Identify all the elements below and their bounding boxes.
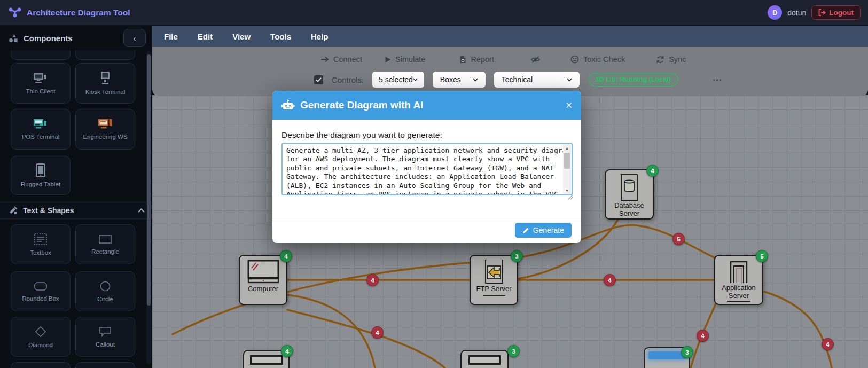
close-icon[interactable]: ×: [566, 99, 573, 112]
pencil-icon: [522, 227, 529, 234]
edge-badge: 4: [371, 326, 384, 339]
textarea-scrollbar[interactable]: ▲ ▼: [563, 144, 571, 194]
chevron-down-icon: [413, 78, 418, 81]
top-navbar: Architecture Diagram Tool D dotun Logout: [0, 0, 868, 26]
component-card-engineering-ws[interactable]: Engineering WS: [75, 109, 135, 150]
component-card-kiosk-terminal[interactable]: Kiosk Terminal: [75, 63, 135, 104]
connect-button[interactable]: Connect: [320, 55, 362, 64]
prompt-textarea[interactable]: Generate a multi-AZ, 3-tier application …: [281, 143, 573, 195]
user-avatar[interactable]: D: [768, 5, 782, 20]
app-logo-icon: [9, 7, 21, 19]
kiosk-terminal-icon: [99, 71, 112, 85]
node-database-server[interactable]: Database Server: [605, 169, 654, 220]
generate-diagram-modal: Generate Diagram with AI × Describe the …: [272, 91, 581, 243]
prompt-textarea-wrap: Generate a multi-AZ, 3-tier application …: [281, 143, 573, 195]
edge-computer-down1: [287, 295, 375, 368]
shape-card-rectangle[interactable]: Rectangle: [75, 224, 135, 264]
component-label: Rounded Box: [22, 295, 59, 302]
resize-handle-icon[interactable]: [568, 194, 573, 200]
menu-tools[interactable]: Tools: [270, 32, 291, 41]
scroll-down-icon[interactable]: ▼: [563, 186, 571, 194]
node-count-badge: 3: [511, 250, 523, 262]
component-label: Kiosk Terminal: [85, 89, 126, 95]
prompt-label: Describe the diagram you want to generat…: [281, 130, 442, 140]
component-card-rugged-tablet[interactable]: Rugged Tablet: [11, 156, 71, 195]
diamond-icon: [34, 325, 47, 338]
arrow-right-icon: [320, 56, 329, 62]
edge-badge: 4: [604, 274, 616, 286]
modal-header: Generate Diagram with AI ×: [272, 91, 581, 120]
menu-help[interactable]: Help: [311, 32, 329, 41]
generate-label: Generate: [533, 226, 564, 234]
rounded-box-icon: [33, 281, 48, 292]
more-options-button[interactable]: ⋯: [713, 74, 722, 85]
component-card-thin-client[interactable]: Thin Client: [11, 63, 71, 104]
component-label: Rugged Tablet: [21, 181, 60, 187]
node-application-server[interactable]: Application Server: [714, 255, 763, 305]
node-ftp-server[interactable]: FTP Server: [470, 255, 518, 305]
report-button[interactable]: Report: [459, 55, 494, 64]
style-dropdown-value: Boxes: [440, 75, 461, 84]
monitor-top-icon: [468, 355, 501, 365]
visibility-toggle-button[interactable]: [530, 56, 541, 64]
edge-badge: 4: [822, 338, 834, 350]
play-icon: [385, 56, 391, 63]
sidebar-scrollbar[interactable]: [146, 51, 151, 364]
generate-button[interactable]: Generate: [515, 223, 572, 238]
node-partial-bottom[interactable]: [460, 350, 509, 368]
sidebar-scrollbar-thumb[interactable]: [147, 54, 151, 306]
shape-card-circle[interactable]: Circle: [75, 271, 135, 311]
simulate-button[interactable]: Simulate: [385, 55, 425, 64]
text-shapes-section-header[interactable]: Text & Shapes: [0, 202, 152, 219]
toolbar-actions-row: Connect Simulate Report Toxic Check Sync: [320, 52, 686, 67]
node-label: Application Server: [715, 284, 762, 300]
shape-card-rounded-box[interactable]: Rounded Box: [11, 271, 71, 311]
menu-bar: File Edit View Tools Help: [152, 26, 868, 47]
shape-card-textbox[interactable]: Textbox: [11, 224, 71, 264]
node-label: FTP Server: [476, 285, 511, 293]
sidebar-title: Components: [24, 34, 119, 43]
thin-client-icon: [33, 72, 49, 84]
chevron-up-icon[interactable]: [138, 208, 145, 213]
style-dropdown[interactable]: Boxes: [433, 72, 486, 88]
pos-terminal-icon: [33, 118, 49, 130]
detail-dropdown[interactable]: Technical: [494, 72, 580, 88]
monitor-top-icon: [250, 355, 283, 365]
detail-dropdown-value: Technical: [502, 75, 533, 84]
controls-label: Controls:: [332, 75, 364, 84]
toxic-check-button[interactable]: Toxic Check: [570, 55, 625, 64]
node-count-badge: 4: [281, 345, 293, 357]
report-label: Report: [471, 55, 494, 64]
textarea-scrollbar-thumb[interactable]: [564, 153, 570, 169]
selection-count-button[interactable]: 5 selected: [372, 72, 424, 88]
component-card-pos-terminal[interactable]: POS Terminal: [11, 109, 71, 150]
textbox-icon: [34, 233, 48, 246]
sync-button[interactable]: Sync: [656, 55, 686, 64]
component-card-partial[interactable]: [11, 50, 71, 60]
shape-card-callout[interactable]: Callout: [75, 317, 135, 357]
logout-button[interactable]: Logout: [811, 5, 861, 20]
menu-file[interactable]: File: [164, 32, 178, 41]
menu-edit[interactable]: Edit: [198, 32, 213, 41]
node-count-badge: 4: [646, 165, 659, 177]
node-computer[interactable]: Computer: [239, 255, 287, 305]
sidebar-collapse-button[interactable]: ‹: [123, 29, 146, 47]
shape-card-partial[interactable]: [11, 362, 71, 368]
file-chart-icon: [459, 56, 466, 64]
node-count-badge: 4: [280, 250, 292, 262]
component-card-partial[interactable]: [75, 50, 135, 60]
shape-card-diamond[interactable]: Diamond: [11, 317, 71, 357]
scroll-up-icon[interactable]: ▲: [563, 144, 571, 152]
components-sidebar: Components ‹ Thin Client Kiosk Terminal …: [0, 26, 152, 368]
connect-label: Connect: [333, 55, 362, 64]
menu-view[interactable]: View: [232, 32, 251, 41]
controls-checkbox[interactable]: [314, 75, 323, 84]
shape-card-partial[interactable]: [75, 362, 135, 368]
component-label: POS Terminal: [22, 134, 60, 140]
modal-footer-divider: [272, 218, 581, 218]
component-label: Diamond: [28, 342, 53, 348]
rectangle-icon: [98, 234, 113, 245]
component-label: Thin Client: [26, 88, 56, 95]
component-label: Engineering WS: [83, 134, 127, 140]
chevron-down-icon: [473, 78, 478, 82]
